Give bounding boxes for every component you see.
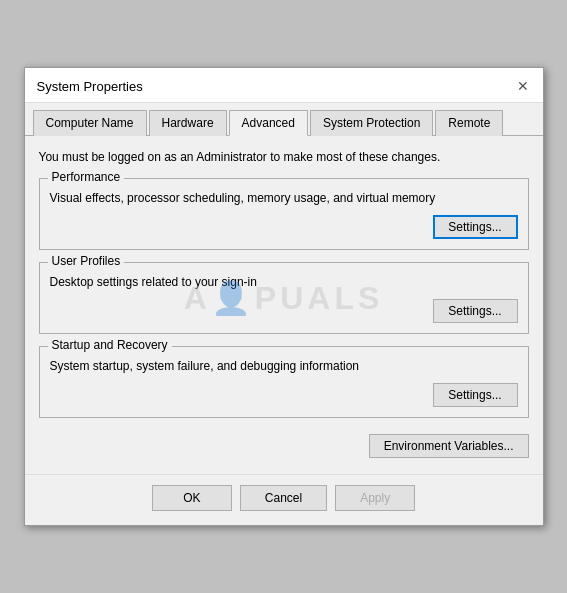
user-profiles-description: Desktop settings related to your sign-in xyxy=(50,275,518,289)
performance-group: Performance Visual effects, processor sc… xyxy=(39,178,529,250)
tab-remote[interactable]: Remote xyxy=(435,110,503,136)
tab-advanced[interactable]: Advanced xyxy=(229,110,308,136)
dialog-buttons: OK Cancel Apply xyxy=(25,474,543,525)
env-variables-row: Environment Variables... xyxy=(39,430,529,460)
tab-bar: Computer Name Hardware Advanced System P… xyxy=(25,103,543,136)
system-properties-dialog: System Properties ✕ Computer Name Hardwa… xyxy=(24,67,544,526)
user-profiles-group: User Profiles Desktop settings related t… xyxy=(39,262,529,334)
admin-notice: You must be logged on as an Administrato… xyxy=(39,148,529,166)
startup-recovery-description: System startup, system failure, and debu… xyxy=(50,359,518,373)
performance-title: Performance xyxy=(48,170,125,184)
user-profiles-settings-button[interactable]: Settings... xyxy=(433,299,518,323)
user-profiles-title: User Profiles xyxy=(48,254,125,268)
startup-recovery-settings-button[interactable]: Settings... xyxy=(433,383,518,407)
performance-box: Performance Visual effects, processor sc… xyxy=(39,178,529,250)
startup-recovery-group: Startup and Recovery System startup, sys… xyxy=(39,346,529,418)
tab-system-protection[interactable]: System Protection xyxy=(310,110,433,136)
apply-button[interactable]: Apply xyxy=(335,485,415,511)
environment-variables-button[interactable]: Environment Variables... xyxy=(369,434,529,458)
title-bar: System Properties ✕ xyxy=(25,68,543,103)
cancel-button[interactable]: Cancel xyxy=(240,485,327,511)
startup-recovery-box: Startup and Recovery System startup, sys… xyxy=(39,346,529,418)
performance-description: Visual effects, processor scheduling, me… xyxy=(50,191,518,205)
ok-button[interactable]: OK xyxy=(152,485,232,511)
user-profiles-box: User Profiles Desktop settings related t… xyxy=(39,262,529,334)
tab-content: You must be logged on as an Administrato… xyxy=(25,136,543,474)
performance-settings-button[interactable]: Settings... xyxy=(433,215,518,239)
close-button[interactable]: ✕ xyxy=(513,76,533,96)
tab-computer-name[interactable]: Computer Name xyxy=(33,110,147,136)
tab-hardware[interactable]: Hardware xyxy=(149,110,227,136)
startup-recovery-title: Startup and Recovery xyxy=(48,338,172,352)
window-title: System Properties xyxy=(37,79,143,94)
